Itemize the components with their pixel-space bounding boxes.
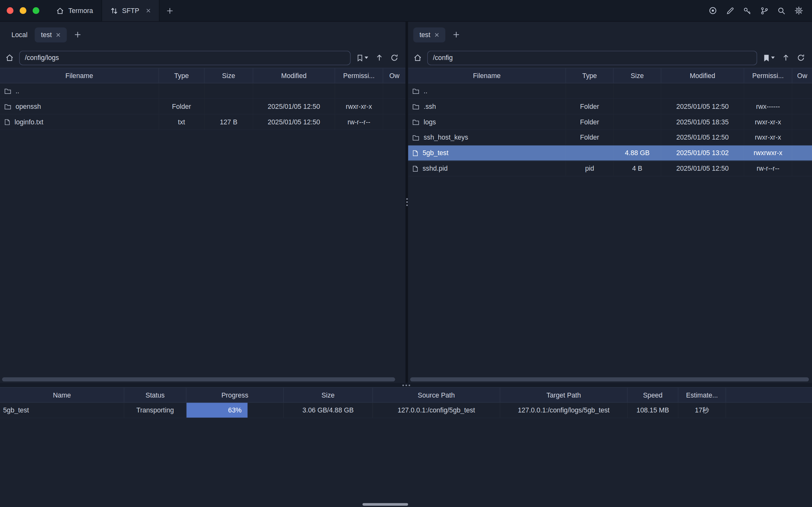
path-input[interactable] bbox=[427, 50, 757, 65]
cell-size: 4 B bbox=[613, 161, 661, 176]
column-header-filler bbox=[726, 388, 812, 402]
column-header-name[interactable]: Name bbox=[0, 388, 124, 402]
tab-sftp[interactable]: SFTP bbox=[101, 0, 159, 21]
column-header-filename[interactable]: Filename bbox=[0, 68, 159, 83]
cell-permissions: rw-r--r-- bbox=[335, 115, 383, 129]
cell-filler bbox=[726, 403, 812, 417]
column-header-modified[interactable]: Modified bbox=[661, 68, 744, 83]
cell-modified bbox=[661, 83, 744, 98]
column-header-size[interactable]: Size bbox=[613, 68, 661, 83]
file-row[interactable]: .. bbox=[408, 83, 812, 99]
column-header-owner[interactable]: Ow bbox=[792, 68, 812, 83]
close-window-button[interactable] bbox=[7, 7, 13, 14]
tab-termora[interactable]: Termora bbox=[48, 0, 101, 21]
tab-close-button[interactable] bbox=[146, 8, 151, 13]
column-header-size[interactable]: Size bbox=[205, 68, 253, 83]
tab-test-label: test bbox=[41, 31, 52, 38]
new-window-tab-button[interactable] bbox=[159, 0, 180, 21]
file-row[interactable]: .. bbox=[0, 83, 405, 99]
bookmark-icon bbox=[763, 54, 770, 61]
new-tab-button[interactable] bbox=[453, 31, 460, 38]
cell-filename: .. bbox=[0, 83, 159, 98]
app-window: Termora SFTP bbox=[0, 0, 812, 507]
column-header-progress[interactable]: Progress bbox=[186, 388, 284, 402]
file-name: logs bbox=[424, 118, 436, 126]
record-button[interactable] bbox=[708, 6, 717, 15]
left-path-actions bbox=[356, 54, 400, 62]
cell-size bbox=[613, 83, 661, 98]
refresh-button[interactable] bbox=[797, 54, 805, 62]
chevron-down-icon bbox=[365, 56, 368, 59]
file-row[interactable]: .ssh Folder 2025/01/05 12:50 rwx------ bbox=[408, 99, 812, 115]
path-input[interactable] bbox=[19, 50, 350, 65]
zoom-window-button[interactable] bbox=[33, 7, 39, 14]
horizontal-scrollbar-thumb[interactable] bbox=[410, 377, 809, 381]
cell-type bbox=[566, 83, 613, 98]
column-header-permissions[interactable]: Permissi... bbox=[744, 68, 792, 83]
column-header-owner[interactable]: Ow bbox=[383, 68, 405, 83]
vertical-splitter[interactable] bbox=[405, 22, 408, 383]
column-header-size[interactable]: Size bbox=[284, 388, 373, 402]
cell-source-path: 127.0.0.1:/config/5gb_test bbox=[373, 403, 500, 417]
tab-test-left[interactable]: test bbox=[35, 27, 67, 42]
cell-estimate: 17秒 bbox=[679, 403, 726, 417]
cell-filename: .. bbox=[408, 83, 566, 98]
bookmark-button[interactable] bbox=[357, 54, 368, 61]
file-row[interactable]: ssh_host_keys Folder 2025/01/05 12:50 rw… bbox=[408, 130, 812, 145]
cell-size bbox=[613, 115, 661, 129]
column-header-status[interactable]: Status bbox=[124, 388, 187, 402]
horizontal-scrollbar-thumb[interactable] bbox=[2, 377, 395, 381]
cell-permissions: rwxr-xr-x bbox=[335, 99, 383, 114]
transfer-row[interactable]: 5gb_test Transporting 63% 3.06 GB/4.88 G… bbox=[0, 403, 812, 418]
column-header-type[interactable]: Type bbox=[566, 68, 613, 83]
horizontal-splitter[interactable] bbox=[0, 383, 812, 387]
column-header-modified[interactable]: Modified bbox=[253, 68, 335, 83]
file-icon bbox=[412, 150, 419, 157]
tab-close-button[interactable] bbox=[56, 33, 61, 37]
tab-test-right[interactable]: test bbox=[413, 27, 445, 42]
settings-button[interactable] bbox=[795, 6, 803, 15]
column-header-type[interactable]: Type bbox=[159, 68, 205, 83]
tab-close-button[interactable] bbox=[435, 33, 439, 37]
home-button[interactable] bbox=[413, 53, 422, 62]
key-button[interactable] bbox=[743, 6, 751, 15]
tab-sftp-label: SFTP bbox=[122, 7, 139, 14]
column-header-estimate[interactable]: Estimate... bbox=[679, 388, 726, 402]
column-header-permissions[interactable]: Permissi... bbox=[335, 68, 383, 83]
cell-progress: 63% bbox=[186, 403, 284, 417]
cell-size bbox=[205, 99, 253, 114]
file-name: loginfo.txt bbox=[15, 118, 44, 126]
minimize-window-button[interactable] bbox=[20, 7, 26, 14]
refresh-button[interactable] bbox=[390, 54, 398, 62]
file-name: openssh bbox=[15, 103, 41, 110]
file-row[interactable]: loginfo.txt txt 127 B 2025/01/05 12:50 r… bbox=[0, 115, 405, 130]
cell-modified: 2025/01/05 13:02 bbox=[661, 145, 744, 160]
go-up-button[interactable] bbox=[782, 54, 790, 62]
home-button[interactable] bbox=[5, 53, 14, 62]
search-button[interactable] bbox=[777, 6, 786, 15]
file-row[interactable]: openssh Folder 2025/01/05 12:50 rwxr-xr-… bbox=[0, 99, 405, 115]
left-pathbar bbox=[0, 48, 405, 68]
column-header-source-path[interactable]: Source Path bbox=[373, 388, 500, 402]
branch-button[interactable] bbox=[760, 6, 768, 15]
column-header-speed[interactable]: Speed bbox=[628, 388, 679, 402]
cell-type: pid bbox=[566, 161, 613, 176]
file-icon bbox=[4, 118, 10, 126]
file-row-selected[interactable]: 5gb_test 4.88 GB 2025/01/05 13:02 rwxrwx… bbox=[408, 145, 812, 161]
close-icon bbox=[56, 33, 61, 37]
go-up-button[interactable] bbox=[376, 54, 383, 62]
file-row[interactable]: logs Folder 2025/01/05 18:35 rwxr-xr-x bbox=[408, 115, 812, 130]
column-header-target-path[interactable]: Target Path bbox=[500, 388, 628, 402]
cell-permissions: rwxr-xr-x bbox=[744, 130, 792, 145]
column-header-filename[interactable]: Filename bbox=[408, 68, 566, 83]
refresh-icon bbox=[390, 54, 398, 62]
new-tab-button[interactable] bbox=[74, 31, 81, 38]
right-table-header: Filename Type Size Modified Permissi... … bbox=[408, 68, 812, 83]
edit-button[interactable] bbox=[726, 6, 734, 15]
file-row[interactable]: sshd.pid pid 4 B 2025/01/05 12:50 rw-r--… bbox=[408, 161, 812, 176]
tab-local[interactable]: Local bbox=[5, 27, 34, 42]
cell-size bbox=[613, 99, 661, 114]
bottom-scrollbar-thumb[interactable] bbox=[363, 503, 408, 506]
cell-name: 5gb_test bbox=[0, 403, 124, 417]
bookmark-button[interactable] bbox=[763, 54, 775, 61]
